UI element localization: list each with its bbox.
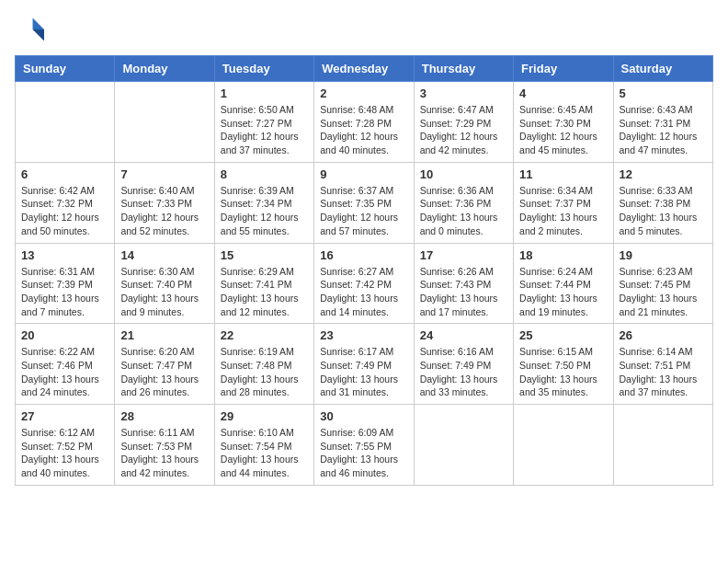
day-info: Sunrise: 6:26 AM Sunset: 7:43 PM Dayligh… [420,265,507,319]
day-number: 18 [519,248,607,262]
day-number: 19 [620,248,707,262]
day-cell: 1Sunrise: 6:50 AM Sunset: 7:27 PM Daylig… [214,82,313,163]
day-number: 1 [221,86,308,100]
day-number: 14 [120,248,208,262]
day-cell: 7Sunrise: 6:40 AM Sunset: 7:33 PM Daylig… [115,162,214,243]
day-number: 7 [120,167,208,181]
day-info: Sunrise: 6:17 AM Sunset: 7:49 PM Dayligh… [320,345,407,399]
day-cell [613,405,712,486]
day-info: Sunrise: 6:45 AM Sunset: 7:30 PM Dayligh… [519,103,607,157]
day-cell: 8Sunrise: 6:39 AM Sunset: 7:34 PM Daylig… [214,162,313,243]
day-cell: 10Sunrise: 6:36 AM Sunset: 7:36 PM Dayli… [414,162,513,243]
day-number: 4 [519,86,607,100]
day-cell: 22Sunrise: 6:19 AM Sunset: 7:48 PM Dayli… [214,324,313,405]
day-cell [115,82,214,163]
svg-marker-1 [33,29,44,40]
day-cell: 23Sunrise: 6:17 AM Sunset: 7:49 PM Dayli… [314,324,414,405]
day-cell: 24Sunrise: 6:16 AM Sunset: 7:49 PM Dayli… [414,324,513,405]
day-number: 10 [420,167,507,181]
day-info: Sunrise: 6:39 AM Sunset: 7:34 PM Dayligh… [221,184,308,238]
day-cell: 9Sunrise: 6:37 AM Sunset: 7:35 PM Daylig… [314,162,414,243]
day-number: 9 [320,167,407,181]
day-cell: 20Sunrise: 6:22 AM Sunset: 7:46 PM Dayli… [16,324,115,405]
day-info: Sunrise: 6:24 AM Sunset: 7:44 PM Dayligh… [519,265,607,319]
week-row-5: 27Sunrise: 6:12 AM Sunset: 7:52 PM Dayli… [16,405,713,486]
day-cell: 6Sunrise: 6:42 AM Sunset: 7:32 PM Daylig… [16,162,115,243]
day-cell: 4Sunrise: 6:45 AM Sunset: 7:30 PM Daylig… [514,82,613,163]
day-info: Sunrise: 6:27 AM Sunset: 7:42 PM Dayligh… [320,265,407,319]
day-number: 12 [620,167,707,181]
day-cell: 13Sunrise: 6:31 AM Sunset: 7:39 PM Dayli… [16,243,115,324]
day-info: Sunrise: 6:50 AM Sunset: 7:27 PM Dayligh… [221,103,308,157]
day-info: Sunrise: 6:47 AM Sunset: 7:29 PM Dayligh… [420,103,507,157]
day-cell: 21Sunrise: 6:20 AM Sunset: 7:47 PM Dayli… [115,324,214,405]
day-info: Sunrise: 6:10 AM Sunset: 7:54 PM Dayligh… [221,426,308,480]
day-number: 3 [420,86,507,100]
day-cell: 30Sunrise: 6:09 AM Sunset: 7:55 PM Dayli… [314,405,414,486]
day-cell: 11Sunrise: 6:34 AM Sunset: 7:37 PM Dayli… [514,162,613,243]
week-row-1: 1Sunrise: 6:50 AM Sunset: 7:27 PM Daylig… [16,82,713,163]
day-info: Sunrise: 6:16 AM Sunset: 7:49 PM Dayligh… [420,345,507,399]
header-day-wednesday: Wednesday [314,56,414,82]
day-number: 28 [120,409,208,423]
day-number: 17 [420,248,507,262]
day-info: Sunrise: 6:15 AM Sunset: 7:50 PM Dayligh… [519,345,607,399]
header-day-saturday: Saturday [613,56,712,82]
day-number: 5 [620,86,707,100]
page-header [15,15,713,44]
header-day-friday: Friday [514,56,613,82]
day-cell: 25Sunrise: 6:15 AM Sunset: 7:50 PM Dayli… [514,324,613,405]
day-cell: 16Sunrise: 6:27 AM Sunset: 7:42 PM Dayli… [314,243,414,324]
day-number: 21 [120,328,208,342]
day-info: Sunrise: 6:11 AM Sunset: 7:53 PM Dayligh… [120,426,208,480]
header-day-thursday: Thursday [414,56,513,82]
day-info: Sunrise: 6:12 AM Sunset: 7:52 PM Dayligh… [21,426,108,480]
day-info: Sunrise: 6:14 AM Sunset: 7:51 PM Dayligh… [620,345,707,399]
day-info: Sunrise: 6:23 AM Sunset: 7:45 PM Dayligh… [620,265,707,319]
day-info: Sunrise: 6:30 AM Sunset: 7:40 PM Dayligh… [120,265,208,319]
header-day-monday: Monday [115,56,214,82]
day-info: Sunrise: 6:33 AM Sunset: 7:38 PM Dayligh… [620,184,707,238]
week-row-2: 6Sunrise: 6:42 AM Sunset: 7:32 PM Daylig… [16,162,713,243]
day-info: Sunrise: 6:37 AM Sunset: 7:35 PM Dayligh… [320,184,407,238]
day-cell: 17Sunrise: 6:26 AM Sunset: 7:43 PM Dayli… [414,243,513,324]
calendar-body: 1Sunrise: 6:50 AM Sunset: 7:27 PM Daylig… [16,82,713,486]
header-day-tuesday: Tuesday [214,56,313,82]
logo-icon [15,15,44,44]
day-number: 6 [21,167,108,181]
day-info: Sunrise: 6:19 AM Sunset: 7:48 PM Dayligh… [221,345,308,399]
header-row: SundayMondayTuesdayWednesdayThursdayFrid… [16,56,713,82]
day-cell: 14Sunrise: 6:30 AM Sunset: 7:40 PM Dayli… [115,243,214,324]
calendar: SundayMondayTuesdayWednesdayThursdayFrid… [15,55,713,486]
day-cell [514,405,613,486]
day-info: Sunrise: 6:40 AM Sunset: 7:33 PM Dayligh… [120,184,208,238]
calendar-header: SundayMondayTuesdayWednesdayThursdayFrid… [16,56,713,82]
day-cell: 27Sunrise: 6:12 AM Sunset: 7:52 PM Dayli… [16,405,115,486]
day-number: 25 [519,328,607,342]
day-info: Sunrise: 6:48 AM Sunset: 7:28 PM Dayligh… [320,103,407,157]
day-cell: 2Sunrise: 6:48 AM Sunset: 7:28 PM Daylig… [314,82,414,163]
day-cell: 5Sunrise: 6:43 AM Sunset: 7:31 PM Daylig… [613,82,712,163]
day-number: 15 [221,248,308,262]
day-number: 20 [21,328,108,342]
day-number: 11 [519,167,607,181]
week-row-3: 13Sunrise: 6:31 AM Sunset: 7:39 PM Dayli… [16,243,713,324]
day-cell: 15Sunrise: 6:29 AM Sunset: 7:41 PM Dayli… [214,243,313,324]
day-number: 26 [620,328,707,342]
day-info: Sunrise: 6:42 AM Sunset: 7:32 PM Dayligh… [21,184,108,238]
logo [15,15,48,44]
header-day-sunday: Sunday [16,56,115,82]
day-number: 30 [320,409,407,423]
day-cell: 12Sunrise: 6:33 AM Sunset: 7:38 PM Dayli… [613,162,712,243]
day-number: 16 [320,248,407,262]
day-number: 24 [420,328,507,342]
day-info: Sunrise: 6:20 AM Sunset: 7:47 PM Dayligh… [120,345,208,399]
day-number: 29 [221,409,308,423]
day-info: Sunrise: 6:36 AM Sunset: 7:36 PM Dayligh… [420,184,507,238]
day-number: 2 [320,86,407,100]
day-cell: 3Sunrise: 6:47 AM Sunset: 7:29 PM Daylig… [414,82,513,163]
day-info: Sunrise: 6:31 AM Sunset: 7:39 PM Dayligh… [21,265,108,319]
day-cell [414,405,513,486]
day-info: Sunrise: 6:34 AM Sunset: 7:37 PM Dayligh… [519,184,607,238]
day-info: Sunrise: 6:43 AM Sunset: 7:31 PM Dayligh… [620,103,707,157]
